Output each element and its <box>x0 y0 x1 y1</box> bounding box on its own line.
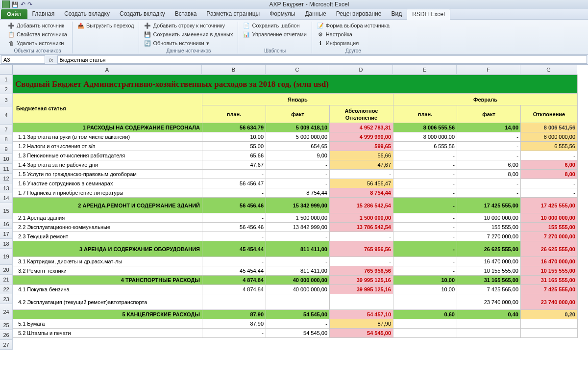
cell[interactable]: - <box>330 257 393 266</box>
cell[interactable]: - <box>202 329 266 338</box>
info-button[interactable]: ℹИнформация <box>316 39 391 47</box>
row-header[interactable]: 2 <box>0 84 13 94</box>
cell[interactable]: 17 425 555,00 <box>521 198 578 213</box>
cell[interactable]: - <box>330 170 393 179</box>
cell[interactable]: 10,00 <box>393 276 457 285</box>
cell[interactable]: 56,66 <box>330 151 393 160</box>
cell[interactable]: 26 625 555,00 <box>521 241 578 257</box>
cell[interactable]: 10 000 000,00 <box>457 213 521 223</box>
row-header[interactable]: 20 <box>0 265 13 275</box>
cell[interactable]: 10,00 <box>202 132 266 142</box>
column-header[interactable]: C <box>266 65 329 75</box>
cell[interactable]: - <box>393 223 457 232</box>
export-button[interactable]: 📤Выгрузить переход <box>76 22 135 29</box>
row-header[interactable]: 27 <box>0 340 13 350</box>
row-header[interactable]: 17 <box>0 229 13 239</box>
cell[interactable] <box>393 294 457 310</box>
cell[interactable]: 8 754,44 <box>266 188 330 198</box>
row-header[interactable]: 22 <box>0 284 13 294</box>
row-header[interactable]: 12 <box>0 174 13 183</box>
cell[interactable]: 40 000 000,00 <box>266 276 330 285</box>
cell[interactable] <box>393 319 457 329</box>
cell[interactable]: 14,00 <box>457 123 521 132</box>
cell[interactable]: 40 000 000,00 <box>266 285 330 294</box>
cell[interactable]: 54 545,00 <box>266 329 330 338</box>
cell[interactable]: - <box>393 198 457 213</box>
cell[interactable]: 56 456,46 <box>202 223 266 232</box>
cell[interactable]: 45 454,44 <box>202 241 266 257</box>
cell[interactable]: 6,00 <box>521 160 578 170</box>
cell[interactable]: 0,20 <box>521 310 578 319</box>
row-header[interactable]: 10 <box>0 154 13 164</box>
cell[interactable]: - <box>202 188 266 198</box>
file-tab[interactable]: Файл <box>1 9 27 19</box>
select-all-corner[interactable] <box>0 65 13 75</box>
cell[interactable]: 7 425 555,00 <box>521 285 578 294</box>
row-header[interactable]: 21 <box>0 275 13 284</box>
cell[interactable]: 1 500 000,00 <box>266 213 330 223</box>
cell[interactable]: 5 000 000,00 <box>266 132 330 142</box>
cell[interactable] <box>521 329 578 338</box>
cell[interactable]: - <box>393 241 457 257</box>
cell[interactable]: - <box>457 151 521 160</box>
ribbon-tab[interactable]: Вид <box>386 9 407 19</box>
column-header[interactable]: A <box>13 65 202 75</box>
cell[interactable]: - <box>521 151 578 160</box>
ribbon-tab[interactable]: Разметка страницы <box>201 9 265 19</box>
cell[interactable]: 10 155 555,00 <box>521 266 578 276</box>
row-header[interactable]: 14 <box>0 193 13 203</box>
cell[interactable]: 13 786 542,54 <box>330 223 393 232</box>
cell[interactable]: 39 995 125,16 <box>330 285 393 294</box>
cell[interactable]: 0,40 <box>457 310 521 319</box>
cell[interactable]: 4 874,84 <box>202 276 266 285</box>
cell[interactable]: 8 000 000,00 <box>393 132 457 142</box>
cell[interactable]: 56 456,46 <box>202 198 266 213</box>
cell[interactable]: 7 425 565,00 <box>457 285 521 294</box>
cell[interactable]: 4 999 990,00 <box>330 132 393 142</box>
cell[interactable]: 0,60 <box>393 310 457 319</box>
cell[interactable]: - <box>393 232 457 241</box>
cell[interactable]: 56 456,47 <box>330 179 393 188</box>
cell[interactable]: 10 000 000,00 <box>521 213 578 223</box>
cell[interactable]: 5 009 418,10 <box>266 123 330 132</box>
save-icon[interactable]: 💾 <box>12 1 19 8</box>
cell[interactable]: 15 286 542,54 <box>330 198 393 213</box>
cell[interactable]: - <box>393 160 457 170</box>
cell[interactable]: 8 006 555,56 <box>393 123 457 132</box>
cell[interactable]: 87,90 <box>202 319 266 329</box>
cell[interactable]: 13 842 999,00 <box>266 223 330 232</box>
cell[interactable]: 8 754,44 <box>330 188 393 198</box>
cell[interactable]: 10,00 <box>393 285 457 294</box>
row-header[interactable]: 7 <box>0 125 13 134</box>
cell[interactable]: - <box>393 170 457 179</box>
cell[interactable]: 6,00 <box>457 160 521 170</box>
cell[interactable]: 17 425 555,00 <box>457 198 521 213</box>
ribbon-tab[interactable]: Данные <box>300 9 331 19</box>
row-header[interactable]: 23 <box>0 294 13 304</box>
column-header[interactable]: G <box>520 65 577 75</box>
cell[interactable]: 15 342 999,00 <box>266 198 330 213</box>
source-properties-button[interactable]: 📋Свойства источника <box>7 30 68 38</box>
row-header[interactable]: 19 <box>0 249 13 265</box>
cell[interactable]: 8,00 <box>457 170 521 179</box>
column-header[interactable]: B <box>202 65 266 75</box>
column-header[interactable]: D <box>329 65 393 75</box>
cell[interactable]: - <box>202 213 266 223</box>
cell[interactable]: 39 995 125,16 <box>330 276 393 285</box>
row-header[interactable]: 4 <box>0 106 13 125</box>
cell[interactable]: - <box>393 179 457 188</box>
cell[interactable]: 8 006 541,56 <box>521 123 578 132</box>
cell[interactable]: - <box>521 179 578 188</box>
cell[interactable]: - <box>457 188 521 198</box>
grid[interactable]: Сводный Бюджет Административно-хозяйстве… <box>13 75 578 338</box>
row-header[interactable]: 15 <box>0 203 13 219</box>
cell[interactable]: - <box>202 257 266 266</box>
undo-icon[interactable]: ↶ <box>21 1 25 8</box>
redo-icon[interactable]: ↷ <box>27 1 32 8</box>
cell[interactable]: 7 270 000,00 <box>521 232 578 241</box>
cell[interactable]: 8,00 <box>521 170 578 179</box>
cell[interactable]: 65,66 <box>202 151 266 160</box>
cell[interactable]: 47,67 <box>202 160 266 170</box>
cell[interactable]: 16 470 000,00 <box>521 257 578 266</box>
cell[interactable] <box>202 294 266 310</box>
